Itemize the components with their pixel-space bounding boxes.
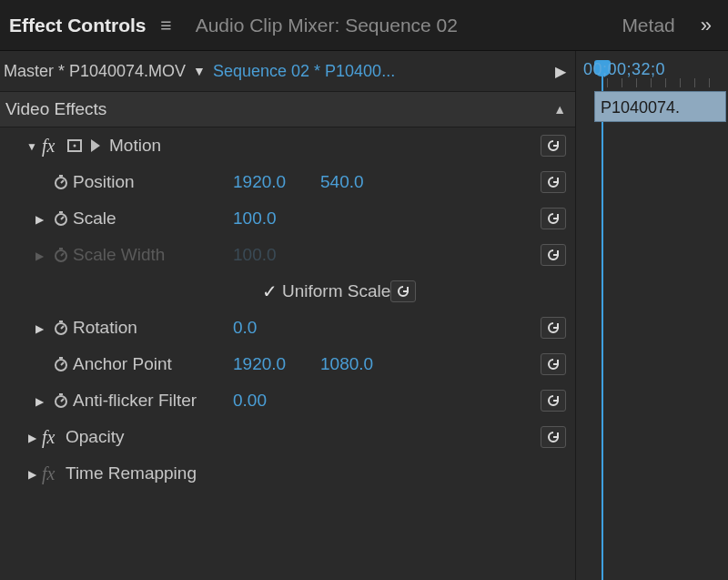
fx-badge-icon[interactable]: fx bbox=[42, 136, 66, 157]
stopwatch-icon[interactable] bbox=[49, 174, 73, 190]
stopwatch-icon[interactable] bbox=[49, 392, 73, 409]
collapse-caret-icon[interactable]: ▲ bbox=[553, 102, 566, 117]
tab-label: Effect Controls bbox=[9, 15, 147, 36]
svg-line-16 bbox=[61, 362, 64, 365]
anchor-y-value[interactable]: 1080.0 bbox=[320, 354, 402, 374]
stopwatch-icon bbox=[49, 247, 73, 263]
source-row: Master * P1040074.MOV ▼ Sequence 02 * P1… bbox=[0, 51, 575, 91]
anchor-x-value[interactable]: 1920.0 bbox=[233, 354, 315, 374]
reset-button[interactable] bbox=[541, 353, 566, 375]
property-anchor-row: Anchor Point 1920.0 1080.0 bbox=[0, 346, 575, 382]
source-dropdown-icon[interactable]: ▼ bbox=[193, 64, 206, 78]
svg-line-13 bbox=[61, 326, 64, 329]
reset-button[interactable] bbox=[541, 208, 566, 229]
property-antiflicker-row: Anti-flicker Filter 0.00 bbox=[0, 382, 575, 419]
svg-line-19 bbox=[61, 399, 64, 402]
uniform-scale-label: Uniform Scale bbox=[282, 281, 390, 301]
effect-time-remapping-row[interactable]: fx Time Remapping bbox=[0, 455, 575, 492]
property-scale-width-row: Scale Width 100.0 bbox=[0, 237, 575, 273]
svg-rect-12 bbox=[59, 321, 63, 322]
twirl-right-icon[interactable] bbox=[25, 430, 38, 444]
antiflicker-value[interactable]: 0.00 bbox=[233, 391, 315, 411]
scale-label: Scale bbox=[73, 209, 233, 229]
svg-line-7 bbox=[61, 217, 64, 219]
timeline-pane[interactable]: 00;00;32;0 P1040074. bbox=[576, 51, 728, 580]
motion-transform-icons[interactable] bbox=[66, 137, 102, 154]
property-scale-row: Scale 100.0 bbox=[0, 200, 575, 237]
effect-controls-body: Master * P1040074.MOV ▼ Sequence 02 * P1… bbox=[0, 51, 728, 580]
panel-menu-icon[interactable]: ≡ bbox=[160, 15, 171, 36]
motion-label: Motion bbox=[109, 136, 269, 156]
effect-motion-row[interactable]: fx Motion bbox=[0, 127, 575, 164]
time-ruler[interactable] bbox=[576, 78, 728, 89]
tab-metadata[interactable]: Metad bbox=[612, 2, 689, 49]
checkmark-icon[interactable]: ✓ bbox=[262, 280, 282, 302]
overflow-icon[interactable]: » bbox=[690, 14, 719, 37]
scale-width-value: 100.0 bbox=[233, 245, 315, 265]
reset-button[interactable] bbox=[541, 426, 566, 448]
svg-line-10 bbox=[61, 253, 64, 256]
play-caret-icon[interactable]: ▶ bbox=[555, 63, 566, 80]
twirl-right-icon bbox=[33, 248, 46, 262]
svg-rect-3 bbox=[59, 175, 63, 177]
video-effects-header[interactable]: Video Effects ▲ bbox=[0, 91, 575, 127]
effect-opacity-row[interactable]: fx Opacity bbox=[0, 419, 575, 455]
properties-pane: Master * P1040074.MOV ▼ Sequence 02 * P1… bbox=[0, 51, 576, 580]
stopwatch-icon[interactable] bbox=[49, 320, 73, 336]
reset-button[interactable] bbox=[541, 171, 566, 193]
sequence-clip-link[interactable]: Sequence 02 * P10400... bbox=[213, 62, 395, 81]
stopwatch-icon[interactable] bbox=[49, 210, 73, 227]
rotation-value[interactable]: 0.0 bbox=[233, 318, 315, 338]
svg-rect-6 bbox=[59, 211, 63, 213]
opacity-label: Opacity bbox=[66, 427, 226, 447]
svg-line-4 bbox=[61, 180, 64, 183]
twirl-right-icon[interactable] bbox=[33, 393, 46, 408]
timecode-label[interactable]: 00;00;32;0 bbox=[583, 60, 665, 79]
twirl-right-icon[interactable] bbox=[25, 466, 38, 481]
svg-point-1 bbox=[74, 145, 76, 148]
reset-button[interactable] bbox=[541, 390, 566, 412]
svg-rect-15 bbox=[59, 357, 63, 359]
rotation-label: Rotation bbox=[73, 318, 233, 338]
reset-button[interactable] bbox=[541, 244, 566, 266]
reset-button[interactable] bbox=[541, 135, 566, 157]
twirl-right-icon[interactable] bbox=[33, 321, 46, 335]
tab-effect-controls[interactable]: Effect Controls ≡ bbox=[0, 2, 187, 49]
panel-tab-bar: Effect Controls ≡ Audio Clip Mixer: Sequ… bbox=[0, 0, 728, 51]
reset-button[interactable] bbox=[390, 280, 416, 302]
anchor-label: Anchor Point bbox=[73, 354, 233, 374]
section-label: Video Effects bbox=[5, 99, 106, 119]
position-label: Position bbox=[73, 172, 233, 192]
scale-value[interactable]: 100.0 bbox=[233, 209, 315, 229]
time-remapping-label: Time Remapping bbox=[66, 463, 226, 483]
master-clip-label[interactable]: Master * P1040074.MOV bbox=[4, 62, 186, 81]
uniform-scale-row[interactable]: ✓ Uniform Scale bbox=[0, 273, 575, 310]
svg-rect-9 bbox=[59, 248, 63, 249]
twirl-down-icon[interactable] bbox=[25, 138, 38, 153]
fx-badge-icon[interactable]: fx bbox=[42, 463, 66, 484]
antiflicker-label: Anti-flicker Filter bbox=[73, 391, 233, 411]
clip-chip[interactable]: P1040074. bbox=[594, 91, 726, 122]
property-position-row: Position 1920.0 540.0 bbox=[0, 164, 575, 200]
position-x-value[interactable]: 1920.0 bbox=[233, 172, 315, 192]
twirl-right-icon[interactable] bbox=[33, 211, 46, 226]
reset-button[interactable] bbox=[541, 317, 566, 339]
scale-width-label: Scale Width bbox=[73, 245, 233, 265]
fx-badge-icon[interactable]: fx bbox=[42, 427, 66, 448]
property-rotation-row: Rotation 0.0 bbox=[0, 310, 575, 346]
stopwatch-icon[interactable] bbox=[49, 356, 73, 372]
tab-audio-clip-mixer[interactable]: Audio Clip Mixer: Sequence 02 bbox=[187, 2, 472, 49]
svg-rect-18 bbox=[59, 393, 63, 395]
position-y-value[interactable]: 540.0 bbox=[320, 172, 402, 192]
